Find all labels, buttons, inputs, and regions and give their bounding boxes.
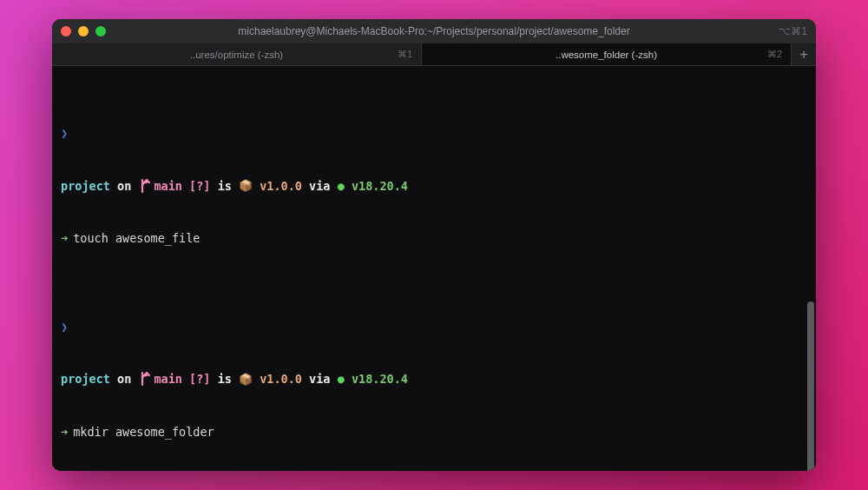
scrollbar-thumb[interactable] <box>807 301 814 472</box>
titlebar: michaelaubrey@Michaels-MacBook-Pro:~/Pro… <box>52 19 816 43</box>
package-icon: 📦 <box>239 177 253 195</box>
prompt-line: project on main [?] is 📦 v1.0.0 via ● v1… <box>61 370 807 387</box>
prompt-path: project <box>61 177 110 195</box>
tab-1[interactable]: ..ures/optimize (-zsh) ⌘1 <box>52 43 422 65</box>
maximize-button[interactable] <box>95 26 106 36</box>
git-branch-icon <box>140 178 152 194</box>
git-branch-icon <box>140 371 152 387</box>
node-version: v18.20.4 <box>352 177 408 195</box>
titlebar-hotkey: ⌥⌘1 <box>779 25 807 37</box>
scrollbar[interactable] <box>807 266 814 464</box>
tab-hotkey: ⌘1 <box>398 49 412 60</box>
tab-label: ..ures/optimize (-zsh) <box>190 50 283 60</box>
window-title: michaelaubrey@Michaels-MacBook-Pro:~/Pro… <box>52 25 816 37</box>
node-icon: ● <box>338 177 345 195</box>
terminal-body[interactable]: ❯ project on main [?] is 📦 v1.0.0 via ● … <box>52 66 816 471</box>
prompt-caret: ❯ <box>61 124 68 142</box>
git-branch: main <box>154 177 182 195</box>
tab-2[interactable]: ..wesome_folder (-zsh) ⌘2 <box>422 43 792 65</box>
tab-label: ..wesome_folder (-zsh) <box>556 50 657 60</box>
new-tab-button[interactable]: + <box>792 43 816 65</box>
minimize-button[interactable] <box>78 26 89 36</box>
tab-hotkey: ⌘2 <box>767 49 782 60</box>
prompt-line: project on main [?] is 📦 v1.0.0 via ● v1… <box>61 177 807 195</box>
close-button[interactable] <box>61 26 71 36</box>
command-line: ➜ mkdir awesome_folder <box>61 423 807 440</box>
prompt-arrow: ➜ <box>61 229 68 247</box>
command-line: ➜ touch awesome_file <box>61 229 807 247</box>
tab-bar: ..ures/optimize (-zsh) ⌘1 ..wesome_folde… <box>52 43 816 66</box>
traffic-lights <box>61 26 106 36</box>
terminal-window: michaelaubrey@Michaels-MacBook-Pro:~/Pro… <box>52 19 816 471</box>
package-version: v1.0.0 <box>260 177 302 195</box>
command-text: touch awesome_file <box>73 229 200 247</box>
